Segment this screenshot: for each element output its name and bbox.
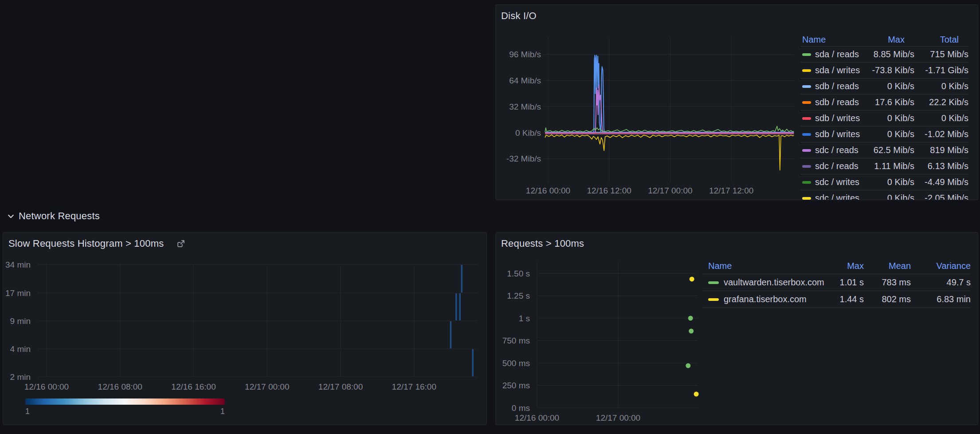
data-point[interactable]	[689, 329, 694, 334]
legend-column-header[interactable]: Total	[914, 35, 968, 45]
legend-series-name[interactable]: sdc / writes	[815, 193, 865, 200]
legend-series-swatch[interactable]	[802, 101, 811, 104]
legend-value-max: 0 Kib/s	[865, 193, 914, 200]
x-tick-label: 12/17 00:00	[648, 186, 692, 195]
legend-series-name[interactable]: grafana.tiserbox.com	[724, 294, 828, 304]
x-tick-label: 12/17 08:00	[318, 382, 363, 391]
slow-requests-histogram-panel: Slow Requests Histogram > 100ms 2 min4 m…	[3, 232, 487, 425]
x-tick-label: 12/17 16:00	[392, 382, 436, 391]
legend-series-name[interactable]: sdc / writes	[815, 177, 865, 187]
legend-series-swatch[interactable]	[802, 53, 811, 56]
legend-column-header[interactable]: Name	[801, 35, 865, 45]
y-tick-label: 500 ms	[502, 359, 530, 368]
legend-column-header[interactable]: Name	[702, 261, 828, 271]
y-tick-label: 250 ms	[502, 381, 530, 390]
legend-value-total: 0 Kib/s	[914, 81, 968, 91]
legend-series-swatch[interactable]	[802, 165, 811, 168]
legend-series-name[interactable]: sdc / reads	[815, 161, 865, 171]
x-tick-label: 12/16 00:00	[24, 382, 69, 391]
disk-io-legend: NameMaxTotalsda / reads8.85 Mib/s715 Mib…	[801, 33, 971, 200]
legend-value-total: -1.02 Mib/s	[914, 129, 968, 139]
heatmap-cell[interactable]	[450, 321, 452, 348]
data-point[interactable]	[688, 316, 693, 321]
heatmap-cell[interactable]	[461, 265, 463, 292]
legend-value-max: 17.6 Kib/s	[865, 97, 914, 107]
legend-column-header[interactable]: Max	[828, 261, 864, 271]
legend-value-max: 0 Kib/s	[865, 177, 914, 187]
legend-value-max: 0 Kib/s	[865, 129, 914, 139]
legend-series-name[interactable]: sdb / writes	[815, 113, 865, 123]
slow-requests-heatmap[interactable]: 2 min4 min9 min17 min34 min12/16 00:0012…	[3, 233, 486, 425]
legend-series-swatch[interactable]	[802, 133, 811, 136]
legend-series-swatch[interactable]	[708, 298, 719, 301]
legend-value-total: 22.2 Kib/s	[914, 97, 968, 107]
legend-value-max: 1.44 s	[828, 294, 864, 304]
legend-value-variance: 6.83 min	[911, 294, 971, 304]
x-tick-label: 12/16 00:00	[515, 413, 559, 422]
legend-series-name[interactable]: sdb / writes	[815, 129, 865, 139]
legend-series-name[interactable]: sdb / reads	[815, 81, 865, 91]
legend-header-row: NameMaxMeanVariance	[702, 258, 971, 274]
y-tick-label: 34 min	[5, 260, 31, 269]
legend-column-header[interactable]: Max	[865, 35, 914, 45]
legend-value-max: 1.01 s	[828, 277, 864, 288]
legend-series-swatch[interactable]	[802, 69, 811, 72]
legend-value-variance: 49.7 s	[911, 277, 971, 288]
data-point[interactable]	[694, 392, 699, 397]
legend-row: sda / reads8.85 Mib/s715 Mib/s	[801, 47, 968, 63]
legend-row: sdc / writes0 Kib/s-4.49 Mib/s	[801, 174, 968, 190]
legend-series-name[interactable]: sda / writes	[815, 65, 865, 75]
legend-series-swatch[interactable]	[802, 149, 811, 152]
legend-series-swatch[interactable]	[802, 85, 811, 88]
legend-series-name[interactable]: sda / reads	[815, 49, 865, 59]
legend-row: sdc / reads62.5 Mib/s819 Mib/s	[801, 142, 968, 158]
legend-row: sdb / writes0 Kib/s-1.02 Mib/s	[801, 126, 968, 142]
legend-value-total: 0 Kib/s	[914, 113, 968, 123]
legend-value-max: -73.8 Kib/s	[865, 65, 914, 75]
legend-series-swatch[interactable]	[802, 197, 811, 200]
legend-value-max: 8.85 Mib/s	[865, 49, 914, 59]
grafana-dashboard: { "page": {"background": "#111217", "pan…	[0, 0, 980, 434]
heatmap-cell[interactable]	[472, 349, 474, 376]
y-tick-label: -32 Mib/s	[506, 154, 541, 163]
legend-series-swatch[interactable]	[802, 181, 811, 184]
series-line	[545, 126, 794, 132]
heatmap-cell[interactable]	[459, 293, 461, 320]
y-tick-label: 0 ms	[512, 403, 530, 413]
series-line	[545, 55, 794, 133]
y-tick-label: 96 Mib/s	[509, 50, 541, 59]
y-tick-label: 2 min	[10, 372, 31, 382]
y-tick-label: 4 min	[10, 344, 31, 354]
x-tick-label: 12/16 16:00	[171, 382, 216, 391]
legend-row: sdb / reads17.6 Kib/s22.2 Kib/s	[801, 95, 968, 110]
chevron-down-icon[interactable]	[7, 213, 15, 220]
legend-value-total: -2.05 Mib/s	[914, 193, 968, 200]
requests-legend: NameMaxMeanVariancevaultwarden.tiserbox.…	[702, 258, 972, 308]
legend-series-swatch[interactable]	[708, 281, 719, 284]
series-line	[545, 135, 794, 170]
y-tick-label: 1.50 s	[507, 269, 530, 278]
legend-value-total: -1.71 Gib/s	[914, 65, 968, 75]
legend-series-swatch[interactable]	[802, 117, 811, 120]
legend-value-total: 715 Mib/s	[914, 49, 968, 59]
legend-value-total: 819 Mib/s	[914, 145, 968, 155]
data-point[interactable]	[690, 276, 694, 281]
legend-series-name[interactable]: sdb / reads	[815, 97, 865, 107]
legend-row: sda / writes-73.8 Kib/s-1.71 Gib/s	[801, 63, 968, 79]
legend-value-mean: 802 ms	[864, 294, 911, 304]
y-tick-label: 1 s	[519, 314, 530, 323]
legend-row: sdc / reads1.11 Mib/s6.13 Mib/s	[801, 158, 968, 174]
requests-panel: Requests > 100ms 1.50 s1.25 s1 s750 ms50…	[495, 232, 978, 425]
x-tick-label: 12/17 12:00	[709, 186, 753, 195]
legend-column-header[interactable]: Mean	[864, 261, 911, 271]
heatmap-cell[interactable]	[455, 293, 457, 320]
series-line	[545, 85, 794, 133]
section-row-network-requests[interactable]: Network Requests	[7, 210, 100, 222]
legend-value-max: 1.11 Mib/s	[865, 161, 914, 171]
legend-series-name[interactable]: sdc / reads	[815, 145, 865, 155]
y-tick-label: 32 Mib/s	[509, 102, 541, 111]
legend-series-name[interactable]: vaultwarden.tiserbox.com	[724, 277, 828, 288]
legend-column-header[interactable]: Variance	[911, 261, 971, 271]
data-point[interactable]	[686, 363, 690, 368]
disk-io-panel: Disk I/O 96 Mib/s64 Mib/s32 Mib/s0 Kib/s…	[495, 4, 978, 200]
